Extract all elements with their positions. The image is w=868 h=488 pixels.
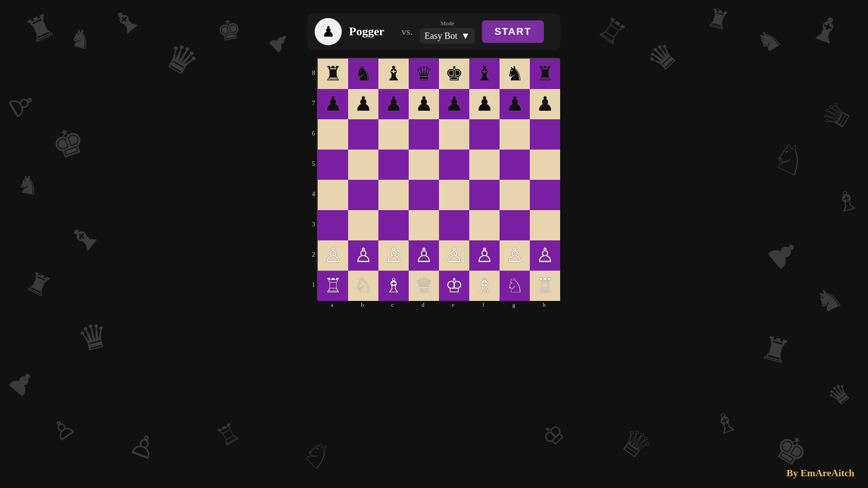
cell-2-2[interactable]: ♙ xyxy=(348,240,378,271)
player-name: Pogger xyxy=(349,25,394,38)
rank-labels: 8 7 6 5 4 3 2 1 xyxy=(309,58,315,300)
cell-6-4[interactable] xyxy=(409,119,439,150)
cell-2-3[interactable]: ♙ xyxy=(378,240,409,271)
mode-dropdown[interactable]: Easy Bot ▼ xyxy=(420,28,475,44)
cell-2-4[interactable]: ♙ xyxy=(409,240,439,271)
file-g: g xyxy=(499,300,529,309)
cell-2-1[interactable]: ♙ xyxy=(318,240,348,271)
cell-2-7[interactable]: ♙ xyxy=(500,240,530,271)
cell-1-2[interactable]: ♘ xyxy=(348,271,378,301)
board-container: 8 7 6 5 4 3 2 1 ♜♞♝♛♚♝♞♜♟♟♟♟♟♟♟♟♙♙♙♙♙♙♙♙… xyxy=(309,58,559,309)
cell-3-2[interactable] xyxy=(348,210,378,240)
cell-8-8[interactable]: ♜ xyxy=(530,59,560,89)
mode-section: Mode Easy Bot ▼ xyxy=(420,20,475,44)
file-f: f xyxy=(468,300,499,309)
cell-3-4[interactable] xyxy=(409,210,439,240)
cell-7-4[interactable]: ♟ xyxy=(409,89,439,119)
cell-7-8[interactable]: ♟ xyxy=(530,89,560,119)
cell-4-3[interactable] xyxy=(378,180,409,210)
cell-1-1[interactable]: ♖ xyxy=(318,271,348,301)
cell-8-2[interactable]: ♞ xyxy=(348,59,378,89)
cell-6-1[interactable] xyxy=(318,119,348,150)
file-d: d xyxy=(408,300,438,309)
cell-8-4[interactable]: ♛ xyxy=(409,59,439,89)
cell-4-1[interactable] xyxy=(318,180,348,210)
cell-1-7[interactable]: ♘ xyxy=(500,271,530,301)
rank-7: 7 xyxy=(309,88,315,118)
cell-4-5[interactable] xyxy=(439,180,469,210)
file-a: a xyxy=(317,300,347,309)
cell-3-6[interactable] xyxy=(469,210,500,240)
cell-6-8[interactable] xyxy=(530,119,560,150)
chess-board: ♜♞♝♛♚♝♞♜♟♟♟♟♟♟♟♟♙♙♙♙♙♙♙♙♖♘♗♕♔♗♘♖ xyxy=(317,58,559,300)
rank-1: 1 xyxy=(309,270,315,300)
cell-8-5[interactable]: ♚ xyxy=(439,59,469,89)
avatar-icon: ♟ xyxy=(322,23,335,40)
cell-2-6[interactable]: ♙ xyxy=(469,240,500,271)
cell-2-5[interactable]: ♙ xyxy=(439,240,469,271)
file-e: e xyxy=(438,300,468,309)
cell-5-4[interactable] xyxy=(409,150,439,180)
header-bar: ♟ Pogger vs. Mode Easy Bot ▼ START xyxy=(307,14,561,50)
file-h: h xyxy=(529,300,559,309)
cell-7-3[interactable]: ♟ xyxy=(378,89,409,119)
avatar: ♟ xyxy=(315,18,342,45)
rank-4: 4 xyxy=(309,179,315,209)
rank-5: 5 xyxy=(309,149,315,179)
cell-1-8[interactable]: ♖ xyxy=(530,271,560,301)
rank-3: 3 xyxy=(309,209,315,239)
cell-7-7[interactable]: ♟ xyxy=(500,89,530,119)
attribution: By EmAreAitch xyxy=(786,467,854,479)
cell-1-5[interactable]: ♔ xyxy=(439,271,469,301)
cell-2-8[interactable]: ♙ xyxy=(530,240,560,271)
cell-7-1[interactable]: ♟ xyxy=(318,89,348,119)
cell-1-6[interactable]: ♗ xyxy=(469,271,500,301)
cell-8-7[interactable]: ♞ xyxy=(500,59,530,89)
file-c: c xyxy=(377,300,408,309)
cell-4-6[interactable] xyxy=(469,180,500,210)
rank-2: 2 xyxy=(309,239,315,270)
cell-3-1[interactable] xyxy=(318,210,348,240)
cell-5-6[interactable] xyxy=(469,150,500,180)
cell-6-2[interactable] xyxy=(348,119,378,150)
cell-5-7[interactable] xyxy=(500,150,530,180)
cell-7-2[interactable]: ♟ xyxy=(348,89,378,119)
cell-1-3[interactable]: ♗ xyxy=(378,271,409,301)
rank-6: 6 xyxy=(309,118,315,149)
cell-8-1[interactable]: ♜ xyxy=(318,59,348,89)
cell-5-3[interactable] xyxy=(378,150,409,180)
rank-8: 8 xyxy=(309,58,315,88)
start-button[interactable]: START xyxy=(482,20,544,43)
cell-3-3[interactable] xyxy=(378,210,409,240)
cell-5-5[interactable] xyxy=(439,150,469,180)
file-labels: a b c d e f g h xyxy=(317,300,559,309)
board-with-ranks: 8 7 6 5 4 3 2 1 ♜♞♝♛♚♝♞♜♟♟♟♟♟♟♟♟♙♙♙♙♙♙♙♙… xyxy=(309,58,559,300)
cell-1-4[interactable]: ♕ xyxy=(409,271,439,301)
cell-3-7[interactable] xyxy=(500,210,530,240)
vs-label: vs. xyxy=(401,26,413,38)
cell-4-8[interactable] xyxy=(530,180,560,210)
cell-8-3[interactable]: ♝ xyxy=(378,59,409,89)
cell-5-1[interactable] xyxy=(318,150,348,180)
cell-6-5[interactable] xyxy=(439,119,469,150)
mode-value: Easy Bot xyxy=(425,31,458,41)
cell-7-5[interactable]: ♟ xyxy=(439,89,469,119)
chevron-down-icon: ▼ xyxy=(461,31,470,41)
mode-label: Mode xyxy=(420,20,475,27)
cell-6-7[interactable] xyxy=(500,119,530,150)
cell-5-2[interactable] xyxy=(348,150,378,180)
cell-4-4[interactable] xyxy=(409,180,439,210)
cell-5-8[interactable] xyxy=(530,150,560,180)
cell-6-3[interactable] xyxy=(378,119,409,150)
cell-3-8[interactable] xyxy=(530,210,560,240)
cell-6-6[interactable] xyxy=(469,119,500,150)
cell-4-7[interactable] xyxy=(500,180,530,210)
cell-4-2[interactable] xyxy=(348,180,378,210)
cell-7-6[interactable]: ♟ xyxy=(469,89,500,119)
file-b: b xyxy=(347,300,377,309)
cell-3-5[interactable] xyxy=(439,210,469,240)
cell-8-6[interactable]: ♝ xyxy=(469,59,500,89)
